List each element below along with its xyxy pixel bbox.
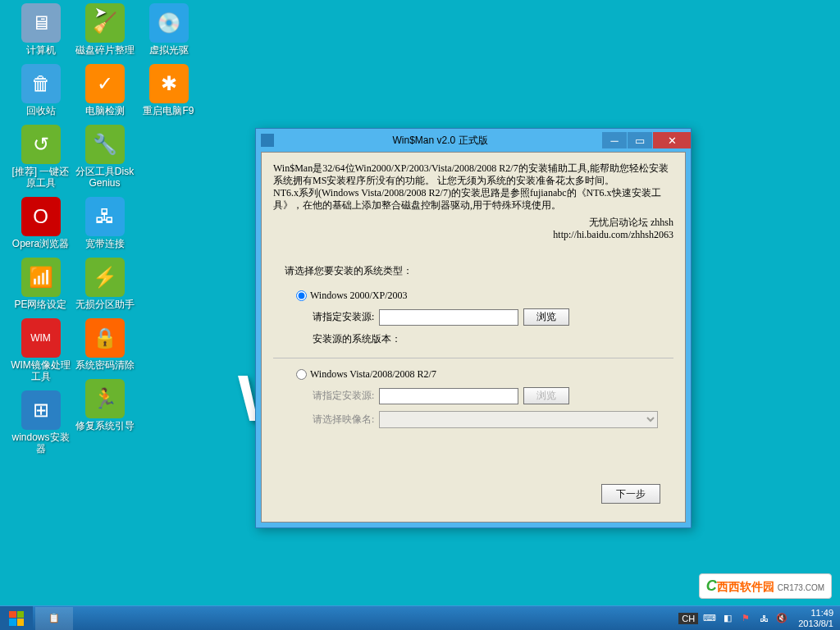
pwd-clear-icon: 🔒	[85, 318, 125, 358]
security-icon[interactable]: ⚑	[739, 612, 752, 625]
option-group-nt5: Windows 2000/XP/2003 请指定安装源: 浏览 安装源的系统版本…	[296, 290, 673, 346]
icon-label: PE网络设定	[10, 299, 71, 310]
source-input-1[interactable]	[379, 309, 518, 326]
icon-label: 计算机	[10, 44, 71, 56]
radio-nt5[interactable]: Windows 2000/XP/2003	[296, 290, 408, 302]
browse-button-2[interactable]: 浏览	[523, 387, 569, 404]
winsman-dialog: Win$Man v2.0 正式版 ─ ▭ ✕ Win$Man是32/64位Win…	[255, 128, 692, 528]
taskbar-app-winsman[interactable]: 📋	[35, 607, 73, 630]
virtual-drive-icon: 💿	[149, 3, 189, 43]
lossless-part-icon: ⚡	[85, 258, 125, 297]
desktop-icon-win-installer[interactable]: ⊞windows安装器	[10, 390, 71, 454]
next-button[interactable]: 下一步	[601, 484, 660, 504]
radio-nt5-input[interactable]	[296, 290, 307, 301]
network-icon[interactable]: 🖧	[757, 612, 770, 625]
desktop-icon-pe-net[interactable]: 📶PE网络设定	[10, 258, 71, 310]
source-input-2[interactable]	[379, 388, 518, 404]
volume-icon[interactable]: 🔇	[775, 612, 788, 625]
defrag-icon: 🧹	[85, 3, 125, 43]
desktop-icon-wim-tool[interactable]: WIMWIM镜像处理工具	[10, 318, 71, 382]
restart-f9-icon: ✱	[149, 64, 189, 103]
version-label: 安装源的系统版本：	[313, 332, 401, 346]
close-button[interactable]: ✕	[653, 132, 691, 148]
pe-net-icon: 📶	[21, 258, 61, 297]
icon-label: 无损分区助手	[74, 299, 135, 310]
intro-text-2: NT6.x系列(Windows Vista/2008/2008 R2/7)的安装…	[273, 187, 673, 212]
icon-label: [推荐] 一键还原工具	[10, 166, 71, 189]
source-label-2: 请指定安装源:	[313, 389, 374, 403]
radio-nt6-input[interactable]	[296, 369, 307, 380]
radio-nt5-label: Windows 2000/XP/2003	[310, 290, 408, 302]
icon-label: 修复系统引导	[74, 420, 135, 431]
icon-label: 宽带连接	[74, 238, 135, 249]
image-label: 请选择映像名:	[313, 413, 374, 427]
win-installer-icon: ⊞	[21, 390, 61, 430]
desktop-icon-restart-f9[interactable]: ✱重启电脑F9	[138, 64, 199, 116]
taskbar: 📋 CH ⌨ ◧ ⚑ 🖧 🔇 11:49 2013/8/1	[0, 605, 840, 630]
select-type-label: 请选择您要安装的系统类型：	[285, 264, 673, 278]
restore-tool-icon: ↺	[21, 125, 61, 164]
icon-label: 磁盘碎片整理	[74, 44, 135, 56]
titlebar[interactable]: Win$Man v2.0 正式版 ─ ▭ ✕	[256, 129, 691, 152]
desktop-icon-diskgenius[interactable]: 🔧分区工具DiskGenius	[74, 125, 135, 189]
computer-icon: 🖥	[21, 3, 61, 43]
source-label-1: 请指定安装源:	[313, 310, 374, 324]
icon-label: windows安装器	[10, 431, 71, 454]
desktop-icon-boot-repair[interactable]: 🏃修复系统引导	[74, 379, 135, 431]
icon-label: 电脑检测	[74, 105, 135, 116]
credit-author: 无忧启动论坛 zhhsh	[273, 217, 673, 229]
browse-button-1[interactable]: 浏览	[523, 308, 569, 326]
ime-indicator[interactable]: CH	[678, 613, 698, 624]
pc-check-icon: ✓	[85, 64, 125, 103]
intro-text-1: Win$Man是32/64位Win2000/XP/2003/Vista/2008…	[273, 162, 673, 187]
recycle-bin-icon: 🗑	[21, 64, 61, 103]
option-group-nt6: Windows Vista/2008/2008 R2/7 请指定安装源: 浏览 …	[296, 368, 673, 428]
icon-label: 分区工具DiskGenius	[74, 166, 135, 189]
radio-nt6[interactable]: Windows Vista/2008/2008 R2/7	[296, 368, 436, 381]
broadband-icon: 🖧	[85, 197, 125, 236]
desktop-icon-opera[interactable]: OOpera浏览器	[10, 197, 71, 249]
window-title: Win$Man v2.0 正式版	[279, 134, 601, 148]
desktop-icon-pc-check[interactable]: ✓电脑检测	[74, 64, 135, 116]
windows-icon	[9, 611, 24, 626]
tray-icon-1[interactable]: ◧	[721, 612, 734, 625]
opera-icon: O	[21, 197, 61, 236]
image-select[interactable]	[379, 411, 658, 428]
credit-url: http://hi.baidu.com/zhhsh2063	[273, 229, 673, 241]
minimize-button[interactable]: ─	[602, 132, 627, 148]
clock[interactable]: 11:49 2013/8/1	[798, 608, 833, 629]
clock-date: 2013/8/1	[798, 619, 833, 629]
desktop-icon-computer[interactable]: 🖥计算机	[10, 3, 71, 56]
icon-label: WIM镜像处理工具	[10, 359, 71, 382]
dialog-body: Win$Man是32/64位Win2000/XP/2003/Vista/2008…	[261, 152, 686, 523]
start-button[interactable]	[0, 606, 33, 631]
icon-label: 回收站	[10, 105, 71, 116]
desktop-icon-recycle-bin[interactable]: 🗑回收站	[10, 64, 71, 116]
diskgenius-icon: 🔧	[85, 125, 125, 164]
clock-time: 11:49	[798, 608, 833, 619]
icon-label: Opera浏览器	[10, 238, 71, 249]
maximize-button[interactable]: ▭	[628, 132, 652, 148]
icon-label: 系统密码清除	[74, 359, 135, 371]
separator	[273, 358, 673, 358]
desktop-icon-virtual-drive[interactable]: 💿虚拟光驱	[138, 3, 199, 56]
keyboard-icon[interactable]: ⌨	[703, 612, 716, 625]
desktop-icon-pwd-clear[interactable]: 🔒系统密码清除	[74, 318, 135, 371]
desktop-icon-restore-tool[interactable]: ↺[推荐] 一键还原工具	[10, 125, 71, 189]
desktop-icon-broadband[interactable]: 🖧宽带连接	[74, 197, 135, 249]
boot-repair-icon: 🏃	[85, 379, 125, 418]
brand-watermark: C西西软件园 CR173.COM	[699, 573, 832, 599]
app-icon	[261, 134, 274, 147]
system-tray: CH ⌨ ◧ ⚑ 🖧 🔇 11:49 2013/8/1	[678, 608, 840, 629]
app-icon: 📋	[48, 613, 60, 623]
wim-tool-icon: WIM	[21, 318, 61, 358]
icon-label: 虚拟光驱	[138, 44, 199, 56]
desktop-icon-defrag[interactable]: 🧹磁盘碎片整理	[74, 3, 135, 56]
icon-label: 重启电脑F9	[138, 105, 199, 116]
desktop-icon-lossless-part[interactable]: ⚡无损分区助手	[74, 258, 135, 310]
radio-nt6-label: Windows Vista/2008/2008 R2/7	[310, 368, 436, 381]
